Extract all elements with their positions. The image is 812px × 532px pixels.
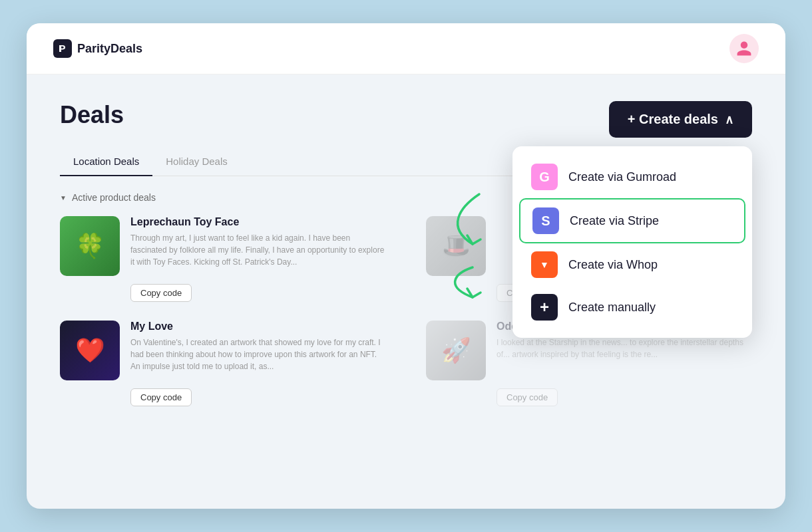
tab-holiday-deals[interactable]: Holiday Deals — [152, 149, 241, 176]
whop-label: Create via Whop — [568, 258, 658, 272]
copy-code-button-leprechaun[interactable]: Copy code — [130, 284, 192, 302]
dropdown-item-whop[interactable]: ▼ Create via Whop — [519, 243, 745, 286]
gumroad-label: Create via Gumroad — [568, 170, 676, 184]
whop-icon: ▼ — [531, 251, 558, 278]
logo-icon — [53, 39, 72, 58]
deal-top: ❤️ My Love On Valentine's, I created an … — [60, 321, 386, 380]
dropdown-item-gumroad[interactable]: G Create via Gumroad — [519, 156, 745, 198]
copy-code-button-starship[interactable]: Copy code — [497, 388, 558, 406]
section-label: Active product deals — [72, 192, 156, 203]
chevron-up-icon: ∧ — [725, 112, 733, 127]
deal-desc: Through my art, I just want to feel like… — [130, 232, 386, 268]
create-deals-button[interactable]: + Create deals ∧ — [609, 101, 752, 138]
header: ParityDeals — [27, 23, 785, 74]
dropdown-item-manual[interactable]: + Create manually — [519, 286, 745, 329]
deal-name: Leprechaun Toy Face — [130, 216, 386, 228]
main-content: Deals + Create deals ∧ Location Deals Ho… — [27, 74, 785, 452]
deal-image-starship: 🚀 — [426, 321, 486, 380]
dropdown-item-stripe[interactable]: S Create via Stripe — [519, 198, 745, 243]
deal-name-mylove: My Love — [130, 321, 386, 332]
create-deals-dropdown: G Create via Gumroad S Create via Stripe… — [512, 146, 752, 338]
deal-info-mylove: My Love On Valentine's, I created an art… — [130, 321, 386, 380]
collapse-triangle-icon: ▼ — [60, 194, 67, 201]
avatar-button[interactable] — [729, 34, 759, 63]
deal-info-leprechaun: Leprechaun Toy Face Through my art, I ju… — [130, 216, 386, 276]
manual-label: Create manually — [568, 301, 656, 315]
deal-image-leprechaun: 🍀 — [60, 216, 120, 276]
deal-card-leprechaun: 🍀 Leprechaun Toy Face Through my art, I … — [60, 216, 386, 302]
manual-icon: + — [531, 294, 558, 321]
copy-code-button-mylove[interactable]: Copy code — [130, 388, 192, 406]
tab-location-deals[interactable]: Location Deals — [60, 149, 152, 176]
deal-top: 🍀 Leprechaun Toy Face Through my art, I … — [60, 216, 386, 276]
logo-text: ParityDeals — [77, 42, 142, 56]
app-window: ParityDeals Deals + Create deals ∧ Locat… — [27, 23, 785, 509]
logo-area: ParityDeals — [53, 39, 142, 58]
deal-desc-mylove: On Valentine's, I created an artwork tha… — [130, 336, 386, 372]
gumroad-icon: G — [531, 164, 558, 190]
deal-image-mylove: ❤️ — [60, 321, 120, 380]
create-deals-label: + Create deals — [628, 112, 718, 127]
deal-image-2a: 🎩 — [426, 216, 486, 276]
stripe-icon: S — [532, 207, 559, 234]
deal-desc-starship: I looked at the Starship in the news... … — [497, 336, 752, 360]
stripe-label: Create via Stripe — [570, 214, 659, 228]
deal-card-mylove: ❤️ My Love On Valentine's, I created an … — [60, 321, 386, 406]
